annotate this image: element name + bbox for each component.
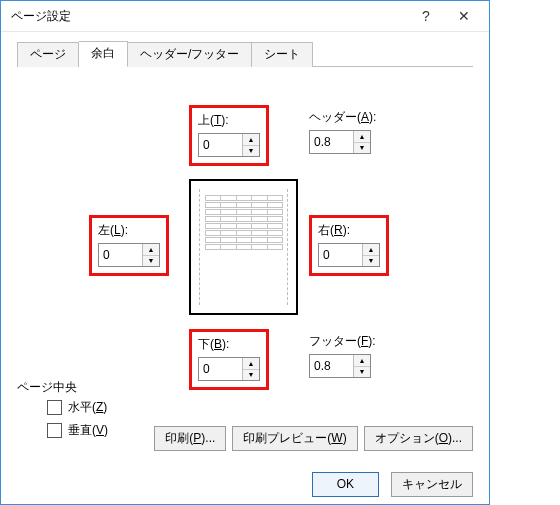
checkbox-vertical-label: 垂直(V) (68, 422, 108, 439)
spinner-right-down[interactable]: ▼ (363, 256, 379, 267)
spinner-header-up[interactable]: ▲ (354, 131, 370, 143)
tab-bar: ページ 余白 ヘッダー/フッター シート (17, 42, 473, 67)
cancel-button[interactable]: キャンセル (391, 472, 473, 497)
spinner-left-value[interactable]: 0 (99, 244, 142, 266)
close-button[interactable]: ✕ (445, 3, 483, 29)
dialog-title: ページ設定 (11, 8, 407, 25)
spinner-left-up[interactable]: ▲ (143, 244, 159, 256)
spinner-header-down[interactable]: ▼ (354, 143, 370, 154)
spinner-footer-down[interactable]: ▼ (354, 367, 370, 378)
spinner-header[interactable]: 0.8 ▲ ▼ (309, 130, 371, 154)
checkbox-vertical-box[interactable] (47, 423, 62, 438)
spinner-footer-up[interactable]: ▲ (354, 355, 370, 367)
spinner-left-down[interactable]: ▼ (143, 256, 159, 267)
help-button[interactable]: ? (407, 3, 445, 29)
page-setup-dialog: ページ設定 ? ✕ ページ 余白 ヘッダー/フッター シート 上(T): 0 (0, 0, 490, 505)
spinner-top-down[interactable]: ▼ (243, 146, 259, 157)
print-preview-button[interactable]: 印刷プレビュー(W) (232, 426, 357, 451)
label-top: 上(T): (198, 112, 260, 129)
ok-button[interactable]: OK (312, 472, 379, 497)
highlight-top: 上(T): 0 ▲ ▼ (189, 105, 269, 166)
spinner-header-value[interactable]: 0.8 (310, 131, 353, 153)
group-header: ヘッダー(A): 0.8 ▲ ▼ (309, 109, 376, 154)
titlebar: ページ設定 ? ✕ (1, 1, 489, 32)
spinner-footer[interactable]: 0.8 ▲ ▼ (309, 354, 371, 378)
print-button[interactable]: 印刷(P)... (154, 426, 226, 451)
center-checks: 水平(Z) 垂直(V) (47, 399, 108, 445)
spinner-footer-value[interactable]: 0.8 (310, 355, 353, 377)
highlight-left: 左(L): 0 ▲ ▼ (89, 215, 169, 276)
page-preview (189, 179, 298, 315)
options-button[interactable]: オプション(O)... (364, 426, 473, 451)
spinner-right-value[interactable]: 0 (319, 244, 362, 266)
label-bottom: 下(B): (198, 336, 260, 353)
label-right: 右(R): (318, 222, 380, 239)
margins-panel: 上(T): 0 ▲ ▼ ヘッダー(A): 0. (17, 77, 473, 437)
group-bottom: 下(B): 0 ▲ ▼ (189, 329, 269, 390)
highlight-bottom: 下(B): 0 ▲ ▼ (189, 329, 269, 390)
spinner-bottom[interactable]: 0 ▲ ▼ (198, 357, 260, 381)
checkbox-horizontal[interactable]: 水平(Z) (47, 399, 108, 416)
spinner-right-up[interactable]: ▲ (363, 244, 379, 256)
spinner-bottom-up[interactable]: ▲ (243, 358, 259, 370)
spinner-top[interactable]: 0 ▲ ▼ (198, 133, 260, 157)
preview-grid (205, 195, 282, 255)
group-right: 右(R): 0 ▲ ▼ (309, 215, 389, 276)
checkbox-horizontal-box[interactable] (47, 400, 62, 415)
spinner-top-value[interactable]: 0 (199, 134, 242, 156)
tab-margins[interactable]: 余白 (79, 41, 128, 67)
checkbox-horizontal-label: 水平(Z) (68, 399, 107, 416)
center-section-label: ページ中央 (17, 379, 77, 396)
spinner-top-up[interactable]: ▲ (243, 134, 259, 146)
spinner-right[interactable]: 0 ▲ ▼ (318, 243, 380, 267)
dialog-body: ページ 余白 ヘッダー/フッター シート 上(T): 0 ▲ ▼ (1, 32, 489, 505)
group-top: 上(T): 0 ▲ ▼ (189, 105, 269, 166)
label-footer: フッター(F): (309, 333, 376, 350)
label-left: 左(L): (98, 222, 160, 239)
label-header: ヘッダー(A): (309, 109, 376, 126)
tab-page[interactable]: ページ (17, 42, 79, 67)
spinner-left[interactable]: 0 ▲ ▼ (98, 243, 160, 267)
ok-cancel-row: OK キャンセル (312, 472, 473, 497)
highlight-right: 右(R): 0 ▲ ▼ (309, 215, 389, 276)
button-row: 印刷(P)... 印刷プレビュー(W) オプション(O)... (154, 426, 473, 451)
spinner-bottom-value[interactable]: 0 (199, 358, 242, 380)
group-footer: フッター(F): 0.8 ▲ ▼ (309, 333, 376, 378)
tab-header-footer[interactable]: ヘッダー/フッター (128, 42, 252, 67)
checkbox-vertical[interactable]: 垂直(V) (47, 422, 108, 439)
tab-sheet[interactable]: シート (252, 42, 313, 67)
spinner-bottom-down[interactable]: ▼ (243, 370, 259, 381)
group-left: 左(L): 0 ▲ ▼ (89, 215, 169, 276)
